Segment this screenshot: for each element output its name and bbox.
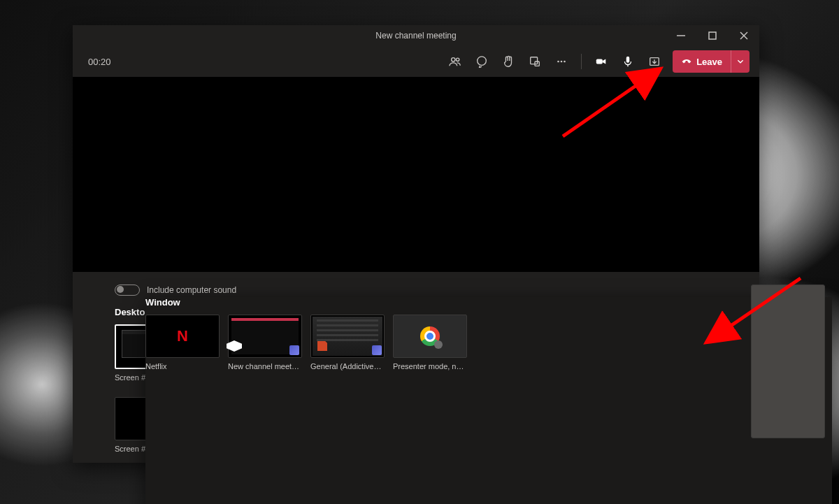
thumbnail — [310, 315, 385, 358]
maximize-icon — [706, 29, 719, 42]
breakout-rooms-icon — [529, 55, 541, 68]
chat-button[interactable] — [471, 50, 493, 73]
maximize-button[interactable] — [696, 25, 728, 46]
include-sound-row: Include computer sound — [115, 285, 717, 296]
mic-button[interactable] — [617, 50, 639, 73]
mic-icon — [622, 55, 634, 68]
svg-point-6 — [478, 57, 487, 66]
thumbnail: N — [145, 315, 220, 358]
meeting-window: New channel meeting 00:20 — [73, 25, 759, 463]
svg-point-11 — [564, 61, 566, 63]
thumbnail — [393, 315, 467, 358]
svg-rect-1 — [709, 32, 716, 39]
leave-options-button[interactable] — [731, 50, 750, 73]
leave-button-group: Leave — [673, 50, 750, 73]
reactions-button[interactable] — [497, 50, 519, 73]
tile-label: New channel meeting | ... — [228, 362, 301, 370]
people-icon — [449, 55, 461, 68]
video-stage — [73, 77, 759, 280]
svg-point-9 — [557, 61, 559, 63]
chevron-down-icon — [734, 55, 747, 68]
window-title: New channel meeting — [375, 31, 456, 41]
leave-label: Leave — [696, 57, 722, 67]
svg-rect-13 — [626, 57, 630, 63]
tile-label: General (AddictiveTips - ... — [310, 362, 383, 370]
svg-point-5 — [457, 58, 459, 61]
rooms-button[interactable] — [524, 50, 546, 73]
minimize-button[interactable] — [665, 25, 696, 46]
thumbnail — [228, 315, 302, 358]
svg-rect-7 — [531, 57, 538, 64]
share-button[interactable] — [643, 50, 666, 73]
camera-icon — [595, 55, 608, 68]
close-icon — [738, 29, 750, 42]
share-tray-scrollbar[interactable] — [751, 285, 755, 450]
include-sound-toggle[interactable] — [115, 285, 140, 296]
close-button[interactable] — [728, 25, 759, 46]
include-sound-label: Include computer sound — [147, 285, 236, 295]
svg-rect-12 — [596, 59, 603, 64]
participants-button[interactable] — [444, 50, 466, 73]
hangup-icon — [681, 56, 692, 67]
chat-icon — [475, 55, 488, 68]
raise-hand-icon — [502, 55, 515, 68]
camera-button[interactable] — [590, 50, 612, 73]
tile-label: Netflix — [145, 362, 218, 370]
tile-label: Presenter mode, notes a... — [393, 362, 466, 370]
svg-point-10 — [561, 61, 563, 63]
svg-point-4 — [452, 58, 455, 62]
window-column: Window N Netflix New channel meeting | .… — [145, 297, 832, 504]
leave-button[interactable]: Leave — [673, 50, 731, 73]
window-controls — [665, 25, 759, 46]
meeting-toolbar: 00:20 Leave — [73, 46, 759, 77]
titlebar: New channel meeting — [73, 25, 759, 46]
share-tray-icon — [648, 55, 661, 68]
ellipsis-icon — [555, 55, 568, 68]
meeting-timer: 00:20 — [88, 57, 111, 67]
share-tray: Include computer sound Desktop Screen #1… — [73, 272, 759, 463]
share-columns: Desktop Screen #1 Screen #2 Window — [115, 307, 717, 453]
share-window-presenter[interactable]: Presenter mode, notes a... — [393, 315, 466, 370]
window-header: Window — [145, 297, 832, 308]
share-window-netflix[interactable]: N Netflix — [145, 315, 218, 370]
minimize-icon — [675, 29, 687, 42]
more-actions-button[interactable] — [550, 50, 573, 73]
toolbar-divider — [581, 54, 582, 69]
